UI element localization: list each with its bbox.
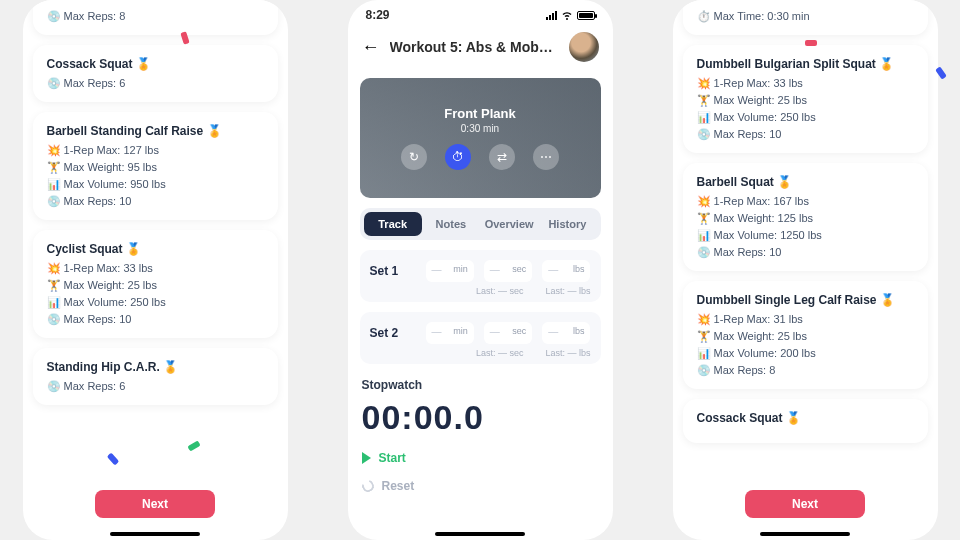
record-card: Dumbbell Single Leg Calf Raise 🏅💥 1-Rep … — [683, 281, 928, 389]
more-icon[interactable]: ⋯ — [533, 144, 559, 170]
timer-icon[interactable]: ⏱ — [445, 144, 471, 170]
set-name: Set 2 — [370, 326, 416, 340]
play-icon — [362, 452, 371, 464]
metric-row: 💿 Max Reps: 10 — [47, 195, 264, 208]
metric-row: 🏋️ Max Weight: 95 lbs — [47, 161, 264, 174]
metric-row: 🏋️ Max Weight: 25 lbs — [47, 279, 264, 292]
last-value: Last: — sec — [476, 286, 524, 296]
wifi-icon — [561, 9, 573, 21]
last-value: Last: — lbs — [545, 286, 590, 296]
record-card: Barbell Standing Calf Raise 🏅💥 1-Rep Max… — [33, 112, 278, 220]
back-button[interactable]: ← — [362, 37, 380, 58]
metric-row: 🏋️ Max Weight: 25 lbs — [697, 330, 914, 343]
tab-track[interactable]: Track — [364, 212, 422, 236]
phone-right: ⏱️ Max Time: 0:30 minDumbbell Bulgarian … — [673, 0, 938, 540]
metric-row: 💿 Max Reps: 8 — [47, 10, 264, 23]
set-field-sec[interactable]: —sec — [484, 322, 532, 344]
home-indicator — [110, 532, 200, 536]
metric-row: 💿 Max Reps: 10 — [47, 313, 264, 326]
set-row: Set 2—min—sec—lbsLast: — secLast: — lbs — [360, 312, 601, 364]
start-label: Start — [379, 451, 406, 465]
set-field-sec[interactable]: —sec — [484, 260, 532, 282]
page-title: Workout 5: Abs & Mob… — [390, 39, 559, 55]
set-field-min[interactable]: —min — [426, 322, 474, 344]
card-title: Dumbbell Bulgarian Split Squat 🏅 — [697, 57, 914, 71]
metric-row: 💥 1-Rep Max: 31 lbs — [697, 313, 914, 326]
records-feed: 💿 Max Reps: 8Cossack Squat 🏅💿 Max Reps: … — [33, 0, 278, 476]
last-value: Last: — sec — [476, 348, 524, 358]
stopwatch-section: Stopwatch 00:00.0 Start Reset — [362, 378, 599, 493]
card-title: Cossack Squat 🏅 — [697, 411, 914, 425]
record-card: Cyclist Squat 🏅💥 1-Rep Max: 33 lbs🏋️ Max… — [33, 230, 278, 338]
tabs: TrackNotesOverviewHistory — [360, 208, 601, 240]
exercise-hero: Front Plank 0:30 min ↻ ⏱ ⇄ ⋯ — [360, 78, 601, 198]
stopwatch-time: 00:00.0 — [362, 398, 599, 437]
metric-row: 📊 Max Volume: 250 lbs — [697, 111, 914, 124]
record-card: Cossack Squat 🏅💿 Max Reps: 6 — [33, 45, 278, 102]
card-title: Dumbbell Single Leg Calf Raise 🏅 — [697, 293, 914, 307]
reset-icon — [359, 478, 375, 494]
stopwatch-start[interactable]: Start — [362, 451, 599, 465]
metric-row: 📊 Max Volume: 950 lbs — [47, 178, 264, 191]
hero-subtitle: 0:30 min — [461, 123, 499, 134]
card-title: Barbell Squat 🏅 — [697, 175, 914, 189]
stopwatch-reset[interactable]: Reset — [362, 479, 599, 493]
metric-row: 💥 1-Rep Max: 127 lbs — [47, 144, 264, 157]
signal-icon — [546, 11, 557, 20]
battery-icon — [577, 11, 595, 20]
reset-label: Reset — [382, 479, 415, 493]
home-indicator — [435, 532, 525, 536]
metric-row: 📊 Max Volume: 250 lbs — [47, 296, 264, 309]
metric-row: 💿 Max Reps: 6 — [47, 77, 264, 90]
header: ← Workout 5: Abs & Mob… — [348, 22, 613, 72]
set-field-lbs[interactable]: —lbs — [542, 322, 590, 344]
record-card: Cossack Squat 🏅 — [683, 399, 928, 443]
hero-title: Front Plank — [444, 106, 516, 121]
tab-overview[interactable]: Overview — [480, 212, 538, 236]
metric-row: ⏱️ Max Time: 0:30 min — [697, 10, 914, 23]
clock: 8:29 — [366, 8, 390, 22]
phone-left: 💿 Max Reps: 8Cossack Squat 🏅💿 Max Reps: … — [23, 0, 288, 540]
metric-row: 💿 Max Reps: 6 — [47, 380, 264, 393]
status-bar: 8:29 — [348, 0, 613, 22]
set-field-min[interactable]: —min — [426, 260, 474, 282]
metric-row: 💥 1-Rep Max: 33 lbs — [47, 262, 264, 275]
metric-row: 📊 Max Volume: 200 lbs — [697, 347, 914, 360]
record-card: ⏱️ Max Time: 0:30 min — [683, 0, 928, 35]
metric-row: 🏋️ Max Weight: 125 lbs — [697, 212, 914, 225]
stopwatch-title: Stopwatch — [362, 378, 599, 392]
confetti — [805, 40, 817, 46]
metric-row: 🏋️ Max Weight: 25 lbs — [697, 94, 914, 107]
home-indicator — [760, 532, 850, 536]
set-field-lbs[interactable]: —lbs — [542, 260, 590, 282]
metric-row: 💿 Max Reps: 10 — [697, 246, 914, 259]
swap-icon[interactable]: ⇄ — [489, 144, 515, 170]
card-title: Cossack Squat 🏅 — [47, 57, 264, 71]
metric-row: 📊 Max Volume: 1250 lbs — [697, 229, 914, 242]
metric-row: 💿 Max Reps: 8 — [697, 364, 914, 377]
avatar[interactable] — [569, 32, 599, 62]
next-button[interactable]: Next — [745, 490, 865, 518]
phone-center: 8:29 ← Workout 5: Abs & Mob… Front Plank… — [348, 0, 613, 540]
card-title: Cyclist Squat 🏅 — [47, 242, 264, 256]
set-row: Set 1—min—sec—lbsLast: — secLast: — lbs — [360, 250, 601, 302]
record-card: Standing Hip C.A.R. 🏅💿 Max Reps: 6 — [33, 348, 278, 405]
metric-row: 💿 Max Reps: 10 — [697, 128, 914, 141]
tab-notes[interactable]: Notes — [422, 212, 480, 236]
tab-history[interactable]: History — [538, 212, 596, 236]
record-card: Barbell Squat 🏅💥 1-Rep Max: 167 lbs🏋️ Ma… — [683, 163, 928, 271]
card-title: Barbell Standing Calf Raise 🏅 — [47, 124, 264, 138]
card-title: Standing Hip C.A.R. 🏅 — [47, 360, 264, 374]
next-button[interactable]: Next — [95, 490, 215, 518]
metric-row: 💥 1-Rep Max: 33 lbs — [697, 77, 914, 90]
last-value: Last: — lbs — [545, 348, 590, 358]
metric-row: 💥 1-Rep Max: 167 lbs — [697, 195, 914, 208]
set-name: Set 1 — [370, 264, 416, 278]
record-card: Dumbbell Bulgarian Split Squat 🏅💥 1-Rep … — [683, 45, 928, 153]
record-card: 💿 Max Reps: 8 — [33, 0, 278, 35]
restart-icon[interactable]: ↻ — [401, 144, 427, 170]
records-feed: ⏱️ Max Time: 0:30 minDumbbell Bulgarian … — [683, 0, 928, 476]
